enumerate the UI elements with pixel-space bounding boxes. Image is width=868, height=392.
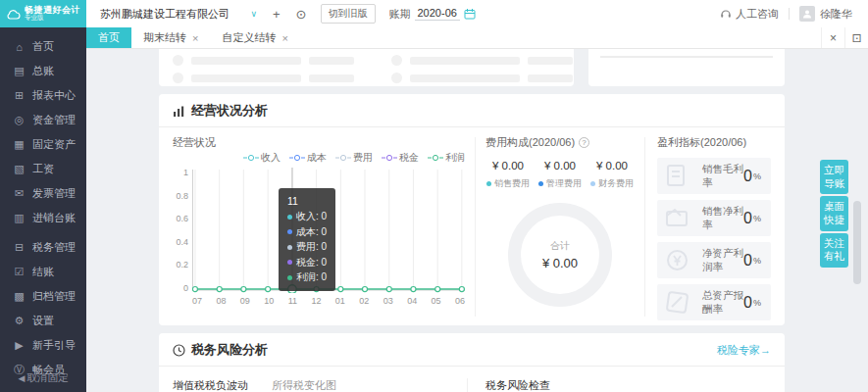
legend-tax[interactable]: 税金 — [382, 151, 419, 165]
metric-value: 0 — [743, 210, 752, 227]
import-accounts-button[interactable]: 立即导账 — [820, 160, 848, 194]
pin-back-icon: ◀ — [19, 373, 26, 383]
sidebar-item-payroll[interactable]: ▧ 工资 — [0, 157, 86, 181]
x-tick: 05 — [432, 296, 441, 306]
chevron-down-icon: ∨ — [250, 9, 257, 19]
skeleton-circle — [173, 55, 183, 66]
tax-expert-link[interactable]: 税险专家→ — [717, 343, 771, 358]
report-icon: ⊞ — [13, 89, 26, 102]
company-name: 苏州鹏城建设工程有限公司 — [100, 7, 230, 22]
legend-label: 收入 — [261, 151, 281, 165]
tab-bar: 首页 期末结转 × 自定义结转 × × ⊡ — [86, 27, 868, 49]
panel-title: 费用构成(2020/06) — [485, 135, 575, 150]
guide-icon: ▶ — [13, 339, 26, 352]
header-divider — [789, 8, 790, 20]
restore-layout-icon[interactable]: ⊡ — [844, 27, 868, 48]
sidebar-item-closing[interactable]: ☑ 结账 — [0, 260, 86, 284]
skeleton-bar — [309, 74, 354, 82]
legend-marker-icon — [428, 154, 443, 162]
calendar-icon[interactable] — [464, 8, 476, 20]
card-divider — [600, 56, 773, 58]
legend-income[interactable]: 收入 — [243, 151, 281, 165]
close-all-tabs-button[interactable]: × — [821, 27, 844, 48]
x-axis-labels: 07 08 09 10 11 12 01 02 03 04 05 06 — [192, 293, 465, 306]
archive-icon: ▩ — [13, 290, 26, 303]
sidebar-item-label: 进销台账 — [32, 211, 76, 225]
x-tick: 12 — [311, 296, 321, 306]
tab-income-tax-change[interactable]: 所得税变化图 — [272, 378, 336, 392]
x-tick: 04 — [407, 296, 417, 306]
x-tick: 03 — [383, 296, 393, 306]
expense-donut-chart[interactable]: 合计 ¥ 0.00 — [508, 203, 612, 307]
desktop-shortcut-button[interactable]: 桌面快捷 — [820, 196, 848, 230]
sidebar-item-purchase-sales[interactable]: ▥ 进销台账 — [0, 206, 86, 230]
switch-old-version-button[interactable]: 切到旧版 — [321, 4, 376, 24]
unpin-sidebar-button[interactable]: ◀取消固定 — [0, 371, 86, 385]
sidebar-item-label: 发票管理 — [32, 186, 76, 201]
help-icon[interactable]: ? — [579, 137, 589, 148]
app-subtitle: 专业版 — [25, 15, 80, 22]
legend-label: 成本 — [307, 151, 327, 165]
tax-icon: ⊟ — [13, 241, 26, 254]
sidebar-item-report-center[interactable]: ⊞ 报表中心 — [0, 83, 86, 108]
avatar — [799, 6, 815, 22]
sidebar-item-settings[interactable]: ⚙ 设置 — [0, 309, 86, 333]
profit-indicators-panel: 盈利指标(2020/06) 销售毛利率 0 % 销售净利 — [645, 127, 785, 325]
add-company-button[interactable]: + — [273, 7, 281, 22]
clock-icon — [173, 344, 185, 357]
sidebar-item-invoice[interactable]: ✉ 发票管理 — [0, 181, 86, 206]
period-value[interactable]: 2020-06 — [415, 7, 460, 21]
bar-chart-icon — [173, 105, 185, 118]
coin-watermark-icon — [664, 247, 690, 277]
skeleton-circle — [173, 73, 183, 83]
sales-expense-dot-icon — [486, 181, 491, 186]
expense-value: ¥ 0.00 — [486, 160, 530, 172]
sidebar-item-label: 报表中心 — [32, 88, 76, 103]
sidebar-item-label: 总账 — [32, 64, 54, 78]
skeleton-bar — [528, 57, 573, 65]
tab-label: 首页 — [98, 30, 120, 45]
chart-legend: 收入 成本 费用 税金 — [173, 151, 465, 165]
support-button[interactable]: 人工咨询 — [720, 7, 779, 22]
sidebar-item-home[interactable]: ⌂ 首页 — [0, 34, 86, 59]
sidebar-item-label: 税务管理 — [32, 240, 76, 255]
legend-marker-icon — [289, 154, 305, 162]
sidebar-item-beginner-guide[interactable]: ▶ 新手引导 — [0, 333, 86, 358]
arrow-right-icon: → — [760, 344, 771, 356]
legend-expense[interactable]: 费用 — [335, 151, 373, 165]
legend-cost[interactable]: 成本 — [289, 151, 327, 165]
legend-marker-icon — [335, 154, 351, 162]
sidebar-item-tax[interactable]: ⊟ 税务管理 — [0, 235, 86, 260]
user-name: 徐隆华 — [820, 7, 852, 22]
user-menu[interactable]: 徐隆华 — [799, 6, 852, 22]
building-icon: ▦ — [13, 138, 26, 151]
sidebar-item-fixed-assets[interactable]: ▦ 固定资产 — [0, 132, 86, 157]
sidebar-item-funds[interactable]: ◎ 资金管理 — [0, 108, 86, 132]
sidebar-item-label: 工资 — [32, 162, 54, 176]
tab-vat-fluctuation[interactable]: 增值税税负波动 — [173, 378, 248, 392]
metric-label: 销售净利率 — [702, 205, 743, 232]
close-icon[interactable]: × — [281, 32, 287, 44]
metric-label: 净资产利润率 — [702, 247, 743, 274]
legend-label: 费用 — [353, 151, 373, 165]
metric-label: 销售毛利率 — [702, 163, 743, 190]
scrollbar-thumb[interactable] — [853, 201, 861, 284]
skeleton-bar — [410, 57, 520, 65]
skeleton-bar — [191, 57, 301, 65]
donut-center-label: 合计 — [550, 239, 570, 253]
help-circle-icon[interactable]: ⊙ — [296, 7, 307, 22]
x-tick: 11 — [288, 296, 297, 306]
tab-custom-closing[interactable]: 自定义结转 × — [210, 27, 299, 48]
tab-home[interactable]: 首页 — [86, 27, 131, 48]
close-icon[interactable]: × — [192, 32, 198, 44]
sidebar-item-archive[interactable]: ▩ 归档管理 — [0, 284, 86, 309]
skeleton-bar — [410, 74, 520, 82]
sidebar-item-general-ledger[interactable]: ▤ 总账 — [0, 59, 86, 83]
tab-period-end-closing[interactable]: 期末结转 × — [131, 27, 210, 48]
company-selector[interactable]: 苏州鹏城建设工程有限公司 ∨ — [100, 7, 257, 22]
follow-gift-button[interactable]: 关注有礼 — [820, 233, 848, 268]
tax-risk-card: 税务风险分析 税险专家→ 增值税税负波动 所得税变化图 税务风险检查 — [159, 333, 785, 392]
sidebar-item-label: 归档管理 — [32, 289, 76, 304]
chart-title: 经营状况 — [173, 135, 465, 150]
legend-profit[interactable]: 利润 — [428, 151, 465, 165]
